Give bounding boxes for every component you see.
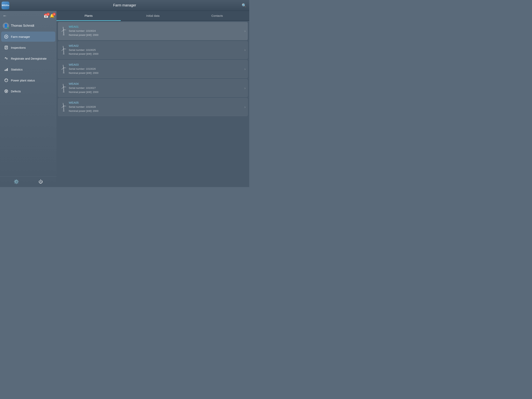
sidebar-nav: Farm manager Inspections bbox=[0, 31, 57, 176]
statistics-icon bbox=[4, 67, 9, 72]
turbine-icon bbox=[60, 26, 67, 36]
sidebar-item-label-inspections: Inspections bbox=[11, 46, 26, 49]
turbine-icon bbox=[60, 64, 67, 74]
sidebar-item-registrate[interactable]: Registrate and Deregistrate bbox=[1, 53, 55, 64]
plant-serial: Serial number: 1010024 bbox=[69, 29, 242, 33]
plant-name: WEA01 bbox=[69, 25, 242, 28]
plant-power: Nominal power [kW]: 2000 bbox=[69, 71, 242, 75]
main-layout: ← 📅 4 🔔 2 👤 Thomas Schmidt bbox=[0, 11, 249, 187]
tab-contacts[interactable]: Contacts bbox=[185, 11, 249, 20]
sidebar: ← 📅 4 🔔 2 👤 Thomas Schmidt bbox=[0, 11, 57, 187]
power-plant-status-icon bbox=[4, 78, 9, 83]
plant-item[interactable]: WEA04 Serial number: 1010027 Nominal pow… bbox=[58, 79, 248, 97]
settings-button[interactable]: ⚙️ bbox=[14, 179, 19, 184]
online-indicator bbox=[7, 27, 9, 29]
plant-info: WEA05 Serial number: 1010028 Nominal pow… bbox=[69, 101, 242, 113]
plant-power: Nominal power [kW]: 2000 bbox=[69, 33, 242, 37]
defects-icon bbox=[4, 89, 9, 94]
power-button[interactable]: ⏻ bbox=[38, 179, 43, 184]
svg-line-31 bbox=[64, 106, 64, 111]
content-area: Plants Initial data Contacts bbox=[57, 11, 249, 187]
svg-line-23 bbox=[64, 68, 64, 73]
sidebar-item-inspections[interactable]: Inspections bbox=[1, 42, 55, 53]
plant-info: WEA04 Serial number: 1010027 Nominal pow… bbox=[69, 82, 242, 94]
plant-power: Nominal power [kW]: 2000 bbox=[69, 90, 242, 94]
sidebar-item-label-power-plant: Power plant status bbox=[11, 79, 35, 82]
registrate-icon bbox=[4, 56, 9, 61]
bell-button[interactable]: 🔔 2 bbox=[50, 13, 55, 18]
plant-power: Nominal power [kW]: 2000 bbox=[69, 109, 242, 113]
svg-rect-8 bbox=[7, 68, 8, 71]
tab-plants[interactable]: Plants bbox=[57, 11, 121, 20]
plant-item[interactable]: WEA05 Serial number: 1010028 Nominal pow… bbox=[58, 98, 248, 116]
avatar: 👤 bbox=[3, 23, 9, 29]
search-icon[interactable]: 🔍 bbox=[242, 3, 247, 8]
chevron-right-icon: › bbox=[244, 48, 246, 52]
tab-initial-data[interactable]: Initial data bbox=[121, 11, 185, 20]
chevron-right-icon: › bbox=[244, 29, 246, 33]
sidebar-item-label-defects: Defects bbox=[11, 90, 21, 93]
user-profile: 👤 Thomas Schmidt bbox=[0, 21, 57, 31]
chevron-right-icon: › bbox=[244, 67, 246, 71]
app-header: WIS2Go Farm manager 🔍 bbox=[0, 0, 249, 11]
sidebar-item-statistics[interactable]: Statistics bbox=[1, 64, 55, 74]
plant-serial: Serial number: 1010027 bbox=[69, 86, 242, 90]
chevron-right-icon: › bbox=[244, 105, 246, 109]
turbine-icon bbox=[60, 83, 67, 93]
calendar-button[interactable]: 📅 4 bbox=[44, 13, 49, 18]
svg-rect-7 bbox=[6, 69, 7, 71]
plant-serial: Serial number: 1010028 bbox=[69, 105, 242, 109]
turbine-icon bbox=[60, 45, 67, 55]
svg-point-0 bbox=[5, 35, 8, 38]
plant-list: WEA01 Serial number: 1010024 Nominal pow… bbox=[57, 21, 249, 187]
turbine-icon bbox=[60, 102, 67, 112]
chevron-right-icon: › bbox=[244, 86, 246, 90]
svg-line-15 bbox=[64, 30, 64, 35]
plant-item[interactable]: WEA02 Serial number: 1010025 Nominal pow… bbox=[58, 41, 248, 59]
user-name: Thomas Schmidt bbox=[11, 24, 34, 27]
sidebar-item-label-statistics: Statistics bbox=[11, 68, 23, 71]
sidebar-item-defects[interactable]: Defects bbox=[1, 86, 55, 96]
plant-info: WEA02 Serial number: 1010025 Nominal pow… bbox=[69, 44, 242, 56]
plant-name: WEA05 bbox=[69, 101, 242, 104]
plant-name: WEA04 bbox=[69, 82, 242, 85]
sidebar-item-label-registrate: Registrate and Deregistrate bbox=[11, 57, 47, 60]
app-logo: WIS2Go bbox=[1, 1, 9, 9]
plant-info: WEA03 Serial number: 1010026 Nominal pow… bbox=[69, 63, 242, 75]
sidebar-top-bar: ← 📅 4 🔔 2 bbox=[0, 11, 57, 21]
plant-item[interactable]: WEA01 Serial number: 1010024 Nominal pow… bbox=[58, 22, 248, 40]
back-button[interactable]: ← bbox=[2, 13, 8, 19]
header-title: Farm manager bbox=[113, 3, 136, 7]
plant-serial: Serial number: 1010025 bbox=[69, 48, 242, 52]
svg-point-9 bbox=[5, 79, 8, 82]
tabs: Plants Initial data Contacts bbox=[57, 11, 249, 21]
calendar-badge: 4 bbox=[47, 13, 50, 16]
sidebar-badges: 📅 4 🔔 2 bbox=[44, 13, 55, 18]
plant-name: WEA03 bbox=[69, 63, 242, 66]
plant-serial: Serial number: 1010026 bbox=[69, 67, 242, 71]
farm-manager-icon bbox=[4, 34, 9, 39]
sidebar-item-label-farm-manager: Farm manager bbox=[11, 35, 30, 38]
sidebar-bottom: ⚙️ ⏻ bbox=[0, 176, 57, 187]
svg-point-1 bbox=[6, 36, 7, 37]
plant-info: WEA01 Serial number: 1010024 Nominal pow… bbox=[69, 25, 242, 37]
sidebar-item-power-plant-status[interactable]: Power plant status bbox=[1, 75, 55, 85]
plant-power: Nominal power [kW]: 2000 bbox=[69, 52, 242, 56]
svg-line-27 bbox=[64, 87, 64, 92]
svg-line-19 bbox=[64, 49, 64, 54]
bell-badge: 2 bbox=[53, 13, 56, 16]
inspections-icon bbox=[4, 45, 9, 50]
svg-rect-6 bbox=[5, 70, 6, 71]
sidebar-item-farm-manager[interactable]: Farm manager bbox=[1, 32, 55, 42]
plant-name: WEA02 bbox=[69, 44, 242, 47]
plant-item[interactable]: WEA03 Serial number: 1010026 Nominal pow… bbox=[58, 60, 248, 78]
